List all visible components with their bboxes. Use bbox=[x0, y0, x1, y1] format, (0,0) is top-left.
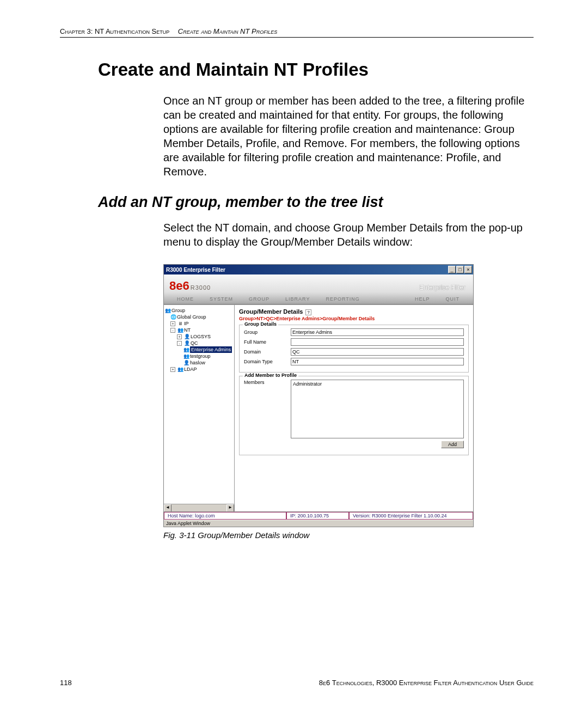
nav-group[interactable]: GROUP bbox=[241, 295, 278, 303]
label-fullname: Full Name bbox=[244, 339, 291, 345]
tree-logsys-label: LOGSYS bbox=[191, 333, 211, 340]
brand-subtitle: Enterprise Filter bbox=[419, 284, 468, 291]
tree-ip[interactable]: + 🖥 IP bbox=[165, 320, 233, 327]
input-domaintype[interactable]: NT bbox=[291, 358, 464, 365]
maximize-button[interactable]: □ bbox=[456, 266, 464, 273]
app-window: R3000 Enterprise Filter _ □ × 8e6 R3000 … bbox=[163, 264, 474, 527]
input-domain[interactable]: QC bbox=[291, 348, 464, 356]
brand-strip: 8e6 R3000 Enterprise Filter HOME SYSTEM … bbox=[164, 274, 473, 304]
close-button[interactable]: × bbox=[464, 266, 472, 273]
tree-haslow[interactable]: 👤 haslow bbox=[165, 359, 233, 366]
page-header: Chapter 3: NT Authentication Setup Creat… bbox=[60, 27, 534, 38]
tree-selected[interactable]: 👥 Enterprise Admins bbox=[165, 346, 233, 353]
nav-reporting[interactable]: REPORTING bbox=[318, 295, 367, 303]
logo-8e6: 8e6 bbox=[169, 279, 189, 293]
status-host: Host Name: logo.com bbox=[164, 512, 286, 520]
tree-testgroup-label: testgroup bbox=[190, 353, 211, 359]
people-icon: 👥 bbox=[183, 346, 189, 353]
tree-qc[interactable]: - 👤 QC bbox=[165, 340, 233, 346]
expand-icon[interactable]: + bbox=[170, 321, 175, 326]
tree-nt-label: NT bbox=[184, 327, 191, 333]
value-group: Enterprise Admins bbox=[292, 329, 332, 335]
value-domaintype: NT bbox=[292, 359, 299, 364]
tree-root-label: Group bbox=[171, 307, 185, 314]
expand-icon[interactable]: + bbox=[170, 367, 175, 372]
tree-ip-label: IP bbox=[184, 320, 189, 327]
page-number: 118 bbox=[60, 679, 72, 687]
label-domaintype: Domain Type bbox=[244, 359, 291, 364]
detail-title: Group/Member Details bbox=[239, 308, 303, 315]
window-title: R3000 Enterprise Filter bbox=[166, 267, 448, 273]
help-icon[interactable]: ? bbox=[305, 309, 311, 315]
nav-system[interactable]: SYSTEM bbox=[202, 295, 241, 303]
group-details-fieldset: Group Details Group Enterprise Admins Fu… bbox=[239, 325, 469, 373]
collapse-icon[interactable]: - bbox=[177, 341, 182, 346]
page-footer: 118 8e6 Technologies, R3000 Enterprise F… bbox=[60, 679, 534, 687]
label-members: Members bbox=[244, 380, 291, 385]
group-details-legend: Group Details bbox=[243, 321, 278, 327]
people-icon: 👤 bbox=[184, 340, 189, 346]
tree-pane: 👥 Group 🌐 Global Group + 🖥 IP - 👥 NT + 👤… bbox=[164, 305, 235, 511]
expand-icon[interactable]: + bbox=[177, 334, 182, 339]
status-bar: Host Name: logo.com IP: 200.10.100.75 Ve… bbox=[164, 511, 473, 520]
globe-icon: 🌐 bbox=[170, 314, 176, 320]
tree-global-label: Global Group bbox=[177, 314, 206, 320]
ldap-icon: 👥 bbox=[177, 366, 183, 373]
nav-quit[interactable]: QUIT bbox=[438, 295, 468, 303]
tree-ldap-label: LDAP bbox=[184, 366, 197, 373]
input-fullname[interactable] bbox=[291, 338, 464, 346]
nav-library[interactable]: LIBRARY bbox=[278, 295, 318, 303]
breadcrumb: Group>NT>QC>Enterprise Admins>Group/Memb… bbox=[239, 316, 469, 321]
tree-ldap[interactable]: + 👥 LDAP bbox=[165, 366, 233, 373]
figure-caption: Fig. 3-11 Group/Member Details window bbox=[163, 530, 534, 540]
status-version: Version: R3000 Enterprise Filter 1.10.00… bbox=[349, 512, 473, 520]
header-section: Create and Maintain NT Profiles bbox=[171, 27, 277, 35]
tree-nt[interactable]: - 👥 NT bbox=[165, 327, 233, 333]
person-icon: 👤 bbox=[183, 359, 189, 366]
tree-root[interactable]: 👥 Group bbox=[165, 307, 233, 314]
tree-selected-label: Enterprise Admins bbox=[190, 346, 232, 353]
add-button[interactable]: Add bbox=[441, 441, 464, 448]
label-domain: Domain bbox=[244, 349, 291, 355]
tree-global-group[interactable]: 🌐 Global Group bbox=[165, 314, 233, 320]
members-listbox[interactable]: Administrator bbox=[291, 380, 464, 438]
input-group[interactable]: Enterprise Admins bbox=[291, 328, 464, 336]
nt-icon: 👥 bbox=[177, 327, 183, 333]
subsection-heading: Add an NT group, member to the tree list bbox=[98, 194, 534, 211]
header-chapter: Chapter 3: NT Authentication Setup bbox=[60, 27, 169, 35]
logo-r3000: R3000 bbox=[191, 284, 211, 291]
status-ip: IP: 200.10.100.75 bbox=[286, 512, 349, 520]
nav-help[interactable]: HELP bbox=[407, 295, 438, 303]
applet-bar: Java Applet Window bbox=[164, 520, 473, 527]
scroll-right-icon[interactable]: ► bbox=[226, 504, 234, 511]
main-nav: HOME SYSTEM GROUP LIBRARY REPORTING HELP… bbox=[169, 295, 468, 304]
tree-scrollbar[interactable]: ◄ ► bbox=[164, 504, 234, 511]
add-member-fieldset: Add Member to Profile Members Administra… bbox=[239, 376, 469, 455]
people-icon: 👤 bbox=[184, 333, 189, 340]
nav-home[interactable]: HOME bbox=[169, 295, 202, 303]
detail-pane: Group/Member Details ? Group>NT>QC>Enter… bbox=[235, 305, 473, 511]
section-heading: Create and Maintain NT Profiles bbox=[98, 59, 534, 80]
tree-testgroup[interactable]: 👥 testgroup bbox=[165, 353, 233, 359]
subsection-paragraph: Select the NT domain, and choose Group M… bbox=[163, 221, 528, 249]
value-domain: QC bbox=[292, 349, 300, 355]
intro-paragraph: Once an NT group or member has been adde… bbox=[163, 94, 528, 179]
people-icon: 👥 bbox=[183, 353, 189, 359]
minimize-button[interactable]: _ bbox=[448, 266, 456, 273]
label-group: Group bbox=[244, 329, 291, 335]
window-titlebar: R3000 Enterprise Filter _ □ × bbox=[164, 265, 473, 274]
member-item[interactable]: Administrator bbox=[293, 381, 462, 387]
work-area: 👥 Group 🌐 Global Group + 🖥 IP - 👥 NT + 👤… bbox=[164, 304, 473, 511]
tree-logsys[interactable]: + 👤 LOGSYS bbox=[165, 333, 233, 340]
add-member-legend: Add Member to Profile bbox=[243, 373, 298, 378]
ip-icon: 🖥 bbox=[177, 320, 183, 327]
scroll-left-icon[interactable]: ◄ bbox=[164, 504, 171, 511]
tree-qc-label: QC bbox=[191, 340, 198, 346]
tree-haslow-label: haslow bbox=[190, 359, 205, 366]
collapse-icon[interactable]: - bbox=[170, 328, 175, 333]
footer-title: 8e6 Technologies, R3000 Enterprise Filte… bbox=[319, 679, 534, 687]
group-icon: 👥 bbox=[165, 307, 170, 314]
